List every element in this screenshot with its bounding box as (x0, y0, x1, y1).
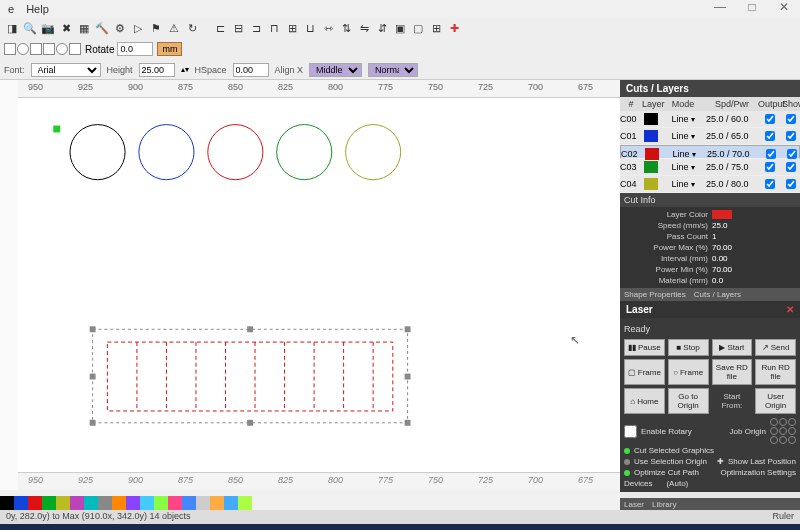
palette-swatch[interactable] (210, 496, 224, 510)
layer-swatch[interactable] (645, 148, 659, 160)
show-checkbox[interactable] (786, 131, 796, 141)
output-checkbox[interactable] (765, 114, 775, 124)
canvas[interactable]: ↖ (18, 98, 620, 472)
flag-icon[interactable]: ⚑ (148, 20, 164, 36)
circle-c01[interactable] (139, 125, 194, 180)
align-right-icon[interactable]: ⊐ (248, 20, 264, 36)
cut-layer-row[interactable]: C02Line ▾25.0 / 70.0 (620, 145, 800, 159)
shape-rect-icon[interactable] (4, 43, 16, 55)
show-checkbox[interactable] (787, 149, 797, 159)
opt-settings-button[interactable]: Optimization Settings (720, 468, 796, 477)
selection-box[interactable] (93, 329, 408, 422)
palette-swatch[interactable] (98, 496, 112, 510)
ungroup-icon[interactable]: ▢ (410, 20, 426, 36)
close-icon[interactable]: ✕ (786, 304, 794, 315)
pause-button[interactable]: ▮▮Pause (624, 339, 665, 356)
user-origin-select[interactable]: User Origin (755, 388, 796, 414)
align-middle-icon[interactable]: ⊞ (284, 20, 300, 36)
devices-button[interactable]: Devices (624, 479, 652, 488)
unit-button[interactable]: mm (157, 42, 182, 56)
show-checkbox[interactable] (786, 179, 796, 189)
grid-icon[interactable]: ▦ (76, 20, 92, 36)
mirror-v-icon[interactable]: ⇵ (374, 20, 390, 36)
tab-shape-properties[interactable]: Shape Properties (624, 290, 686, 299)
mode-select[interactable]: Normal (368, 63, 418, 77)
hspace-input[interactable] (233, 63, 269, 77)
palette-swatch[interactable] (84, 496, 98, 510)
output-checkbox[interactable] (765, 162, 775, 172)
group-icon[interactable]: ▣ (392, 20, 408, 36)
circle-c00[interactable] (70, 125, 125, 180)
palette-swatch[interactable] (56, 496, 70, 510)
maximize-button[interactable]: □ (742, 0, 762, 14)
height-input[interactable] (139, 63, 175, 77)
array-icon[interactable]: ⊞ (428, 20, 444, 36)
cut-layer-row[interactable]: C03Line ▾25.0 / 75.0 (620, 159, 800, 176)
triangle-icon[interactable]: ▷ (130, 20, 146, 36)
circle-c03[interactable] (277, 125, 332, 180)
selection-handle[interactable] (247, 420, 253, 426)
show-checkbox[interactable] (786, 162, 796, 172)
shape-circle2-icon[interactable] (56, 43, 68, 55)
job-origin-grid[interactable] (770, 418, 796, 444)
crosshair-icon[interactable]: ✚ (446, 20, 462, 36)
frame-button[interactable]: ▢Frame (624, 359, 665, 385)
start-button[interactable]: ▶Start (712, 339, 753, 356)
cut-layer-row[interactable]: C04Line ▾25.0 / 80.0 (620, 176, 800, 193)
distribute-h-icon[interactable]: ⇿ (320, 20, 336, 36)
tab-cuts-layers[interactable]: Cuts / Layers (694, 290, 741, 299)
cut-layer-row[interactable]: C01Line ▾25.0 / 65.0 (620, 128, 800, 145)
palette-swatch[interactable] (126, 496, 140, 510)
align-left-icon[interactable]: ⊏ (212, 20, 228, 36)
run-rd-button[interactable]: Run RD file (755, 359, 796, 385)
camera-icon[interactable]: 📷 (40, 20, 56, 36)
send-button[interactable]: ↗Send (755, 339, 796, 356)
palette-swatch[interactable] (112, 496, 126, 510)
output-checkbox[interactable] (766, 149, 776, 159)
align-center-h-icon[interactable]: ⊟ (230, 20, 246, 36)
palette-swatch[interactable] (0, 496, 14, 510)
device-select[interactable]: (Auto) (666, 479, 688, 488)
selection-handle[interactable] (405, 326, 411, 332)
wrench-icon[interactable]: ✖ (58, 20, 74, 36)
selection-handle[interactable] (90, 374, 96, 380)
home-button[interactable]: ⌂Home (624, 388, 665, 414)
dashed-rect[interactable] (107, 342, 392, 411)
menu-item-help[interactable]: Help (26, 3, 49, 15)
selection-handle[interactable] (90, 326, 96, 332)
output-checkbox[interactable] (765, 131, 775, 141)
shape-circle-icon[interactable] (17, 43, 29, 55)
palette-swatch[interactable] (238, 496, 252, 510)
menu-item-e[interactable]: e (8, 3, 14, 15)
cut-layer-row[interactable]: C00Line ▾25.0 / 60.0 (620, 111, 800, 128)
layer-color-swatch[interactable] (712, 210, 732, 219)
layer-swatch[interactable] (644, 130, 658, 142)
palette-swatch[interactable] (154, 496, 168, 510)
palette-swatch[interactable] (140, 496, 154, 510)
warning-icon[interactable]: ⚠ (166, 20, 182, 36)
palette-swatch[interactable] (224, 496, 238, 510)
align-top-icon[interactable]: ⊓ (266, 20, 282, 36)
selection-handle[interactable] (405, 420, 411, 426)
palette-swatch[interactable] (168, 496, 182, 510)
align-bottom-icon[interactable]: ⊔ (302, 20, 318, 36)
refresh-icon[interactable]: ↻ (184, 20, 200, 36)
hammer-icon[interactable]: 🔨 (94, 20, 110, 36)
palette-swatch[interactable] (28, 496, 42, 510)
selection-handle[interactable] (405, 374, 411, 380)
selection-handle[interactable] (90, 420, 96, 426)
goto-origin-button[interactable]: Go to Origin (668, 388, 709, 414)
selection-handle[interactable] (247, 326, 253, 332)
stop-button[interactable]: ■Stop (668, 339, 709, 356)
shape-hex-icon[interactable] (30, 43, 42, 55)
rotary-checkbox[interactable] (624, 425, 637, 438)
layer-swatch[interactable] (644, 178, 658, 190)
show-checkbox[interactable] (786, 114, 796, 124)
tab-library[interactable]: Library (652, 500, 676, 509)
palette-swatch[interactable] (196, 496, 210, 510)
frame-o-button[interactable]: ○Frame (668, 359, 709, 385)
layer-swatch[interactable] (644, 161, 658, 173)
close-button[interactable]: ✕ (774, 0, 794, 14)
output-checkbox[interactable] (765, 179, 775, 189)
rotate-input[interactable] (117, 42, 153, 56)
